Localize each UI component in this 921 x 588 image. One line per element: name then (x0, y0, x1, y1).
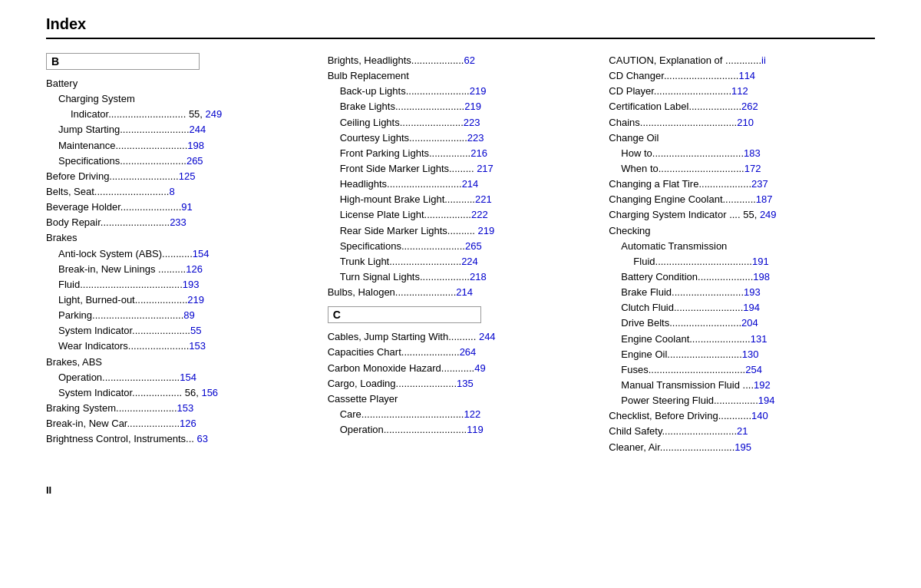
list-item: Cables, Jump Starting With.......... 244 (328, 329, 594, 345)
page-number: 264 (460, 346, 477, 358)
index-content: BBatteryCharging SystemIndicator........… (46, 53, 875, 461)
list-item: Changing Engine Coolant............187 (609, 192, 875, 207)
entry-text: Charging System (58, 93, 135, 104)
entry-text: Specifications........................ (58, 155, 187, 167)
section-header-C: C (328, 306, 481, 323)
page-number: 135 (457, 378, 474, 389)
entry-text: Operation............................ (58, 372, 180, 383)
entry-text: Bulbs, Halogen...................... (328, 286, 457, 298)
entry-text: Trunk Light.......................... (340, 256, 461, 267)
list-item: Capacities Chart.....................264 (328, 345, 594, 360)
header-divider (46, 38, 875, 39)
page-number: 214 (456, 286, 473, 298)
entry-text: Brake Fluid.......................... (621, 286, 744, 298)
entry-text: Battery (46, 78, 78, 89)
entry-text: CD Changer........................... (609, 70, 738, 81)
list-item: Chains..................................… (609, 115, 875, 130)
entry-text: Capacities Chart..................... (328, 346, 460, 358)
entry-text: Certification Label................... (609, 101, 741, 112)
entry-text: Indicator............................ 55… (71, 108, 206, 120)
page-number: 122 (464, 408, 481, 420)
list-item: Fluid...................................… (46, 277, 312, 292)
list-item: Anti-lock System (ABS)...........154 (46, 246, 312, 262)
page-number: 119 (467, 424, 484, 435)
list-item: Carbon Monoxide Hazard............49 (328, 361, 594, 376)
entry-text: Drive Belts.......................... (621, 317, 741, 329)
page-number: 254 (745, 364, 762, 375)
list-item: Checking (609, 223, 875, 239)
list-item: Ceiling Lights.......................223 (328, 115, 594, 130)
entry-text: Brakes (46, 232, 77, 243)
page-number: 217 (477, 163, 494, 174)
page-header: Index (46, 15, 875, 39)
entry-text: Care....................................… (340, 408, 464, 420)
page-number: 156 (201, 387, 218, 398)
page-number: 223 (464, 117, 480, 128)
list-item: Charging System (46, 91, 312, 107)
list-item: Jump Starting.........................24… (46, 122, 312, 137)
list-item: Engine Oil...........................130 (609, 347, 875, 362)
page-number: 194 (743, 302, 760, 313)
page-number: 249 (760, 209, 777, 220)
entry-text: Checklist, Before Driving............ (609, 410, 751, 421)
list-item: Wear Indicators......................153 (46, 339, 312, 354)
entry-text: Parking................................. (58, 309, 183, 321)
page-number: 219 (470, 85, 487, 97)
entry-text: Bulb Replacement (328, 70, 409, 81)
page-number: 126 (186, 263, 203, 275)
entry-text: Body Repair......................... (46, 216, 170, 228)
entry-text: Braking System...................... (46, 402, 177, 414)
list-item: Headlights...........................214 (328, 177, 594, 192)
entry-text: Cleaner, Air........................... (609, 441, 734, 453)
list-item: Braking System......................153 (46, 401, 312, 416)
entry-text: Jump Starting......................... (58, 124, 190, 135)
entry-text: Fluid................................... (633, 256, 752, 267)
list-item: Break-in, New Linings ..........126 (46, 262, 312, 277)
entry-text: Power Steering Fluid................ (621, 395, 758, 406)
list-item: Brake Lights.........................219 (328, 99, 594, 114)
list-item: Brightness Control, Instruments... 63 (46, 431, 312, 447)
entry-text: Fuses................................... (621, 364, 745, 375)
list-item: Turn Signal Lights..................218 (328, 269, 594, 285)
page-number: 244 (190, 124, 206, 135)
list-item: Belts, Seat...........................8 (46, 184, 312, 200)
list-item: When to...............................17… (609, 161, 875, 177)
entry-text: Changing Engine Coolant............ (609, 193, 756, 205)
entry-text: Automatic Transmission (621, 240, 727, 252)
entry-text: Engine Oil........................... (621, 349, 742, 360)
page-number: 195 (734, 441, 751, 453)
entry-text: Chains..................................… (609, 117, 737, 128)
page-number: 153 (189, 340, 206, 352)
page-number: 198 (753, 271, 770, 282)
list-item: CD Player............................112 (609, 84, 875, 99)
entry-text: Cables, Jump Starting With.......... (328, 331, 479, 342)
list-item: Specifications........................26… (46, 154, 312, 169)
entry-text: Ceiling Lights....................... (340, 117, 464, 128)
entry-text: CAUTION, Explanation of ............. (609, 55, 761, 66)
page-number: 125 (179, 170, 196, 182)
list-item: Engine Coolant......................131 (609, 332, 875, 347)
page-number: 219 (464, 101, 481, 112)
entry-text: Beverage Holder...................... (46, 201, 181, 213)
entry-text: Courtesy Lights..................... (340, 132, 467, 144)
entry-text: Cargo, Loading...................... (328, 378, 457, 389)
page-number: 237 (751, 178, 768, 190)
list-item: Parking.................................… (46, 308, 312, 323)
entry-text: Clutch Fluid......................... (621, 302, 743, 313)
page-number: 130 (742, 349, 759, 360)
entry-text: Anti-lock System (ABS)........... (58, 248, 193, 259)
list-item: System Indicator.....................55 (46, 323, 312, 339)
entry-text: Front Side Marker Lights......... (340, 163, 477, 174)
page-number: 224 (461, 256, 478, 267)
page-title: Index (46, 15, 875, 33)
entry-text: Specifications....................... (340, 240, 465, 252)
page-number: 89 (183, 309, 194, 321)
page-number: 193 (744, 286, 761, 298)
entry-text: Battery Condition.................... (621, 271, 753, 282)
entry-text: Carbon Monoxide Hazard............ (328, 362, 474, 374)
page-number: 187 (756, 193, 773, 205)
list-item: Before Driving.........................1… (46, 169, 312, 184)
page-number: 192 (754, 379, 771, 391)
list-item: Cassette Player (328, 391, 594, 407)
list-item: Cleaner, Air...........................1… (609, 440, 875, 455)
